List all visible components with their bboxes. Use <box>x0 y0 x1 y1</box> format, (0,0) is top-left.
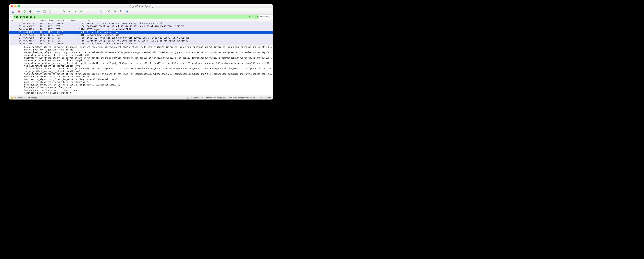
save-file-button[interactable] <box>42 9 47 14</box>
packet-row[interactable]: 180.423103107…10.0…TCP6622→56664 [ACK] S… <box>9 39 273 42</box>
expert-info-led-icon[interactable] <box>11 97 13 99</box>
packet-list[interactable]: 120.403335107…10.0…SSHv2107Server: Proto… <box>9 22 273 46</box>
go-first-button[interactable] <box>84 9 90 14</box>
packet-cell: SSHv2 <box>56 42 70 45</box>
resize-columns-button[interactable] <box>124 9 130 14</box>
detail-line[interactable]: languages_client_to_server string: [Empt… <box>24 89 273 92</box>
go-back-button[interactable] <box>67 9 72 14</box>
detail-line[interactable]: encryption_algorithms_server_to_client s… <box>24 62 273 65</box>
detail-line[interactable]: mac_algorithms_server_to_client string [… <box>24 73 273 76</box>
packet-cell: 10.… <box>39 28 47 31</box>
window-title: goodSSHSniff.pcapng <box>9 5 273 8</box>
column-header-info[interactable]: Info <box>86 19 273 22</box>
packet-cell: TCP <box>56 39 70 42</box>
packet-row[interactable]: 120.403335107…10.0…SSHv2107Server: Proto… <box>9 22 273 25</box>
detail-line[interactable]: encryption_algorithms_client_to_server s… <box>24 56 273 59</box>
filter-expression-button[interactable]: Expression… <box>259 15 269 19</box>
packet-cell: 14 <box>9 28 23 31</box>
packet-row[interactable]: 150.40428910.…107.…SSHv2586Client: Key E… <box>9 31 273 34</box>
find-button[interactable] <box>62 9 67 14</box>
packet-cell: 66 <box>70 39 86 42</box>
stop-capture-button[interactable] <box>16 9 22 14</box>
detail-line[interactable]: encryption_algorithms_server_to_client l… <box>24 59 273 62</box>
close-window-button[interactable] <box>11 5 13 7</box>
capture-options-button[interactable] <box>28 9 33 14</box>
bookmark-filter-button[interactable]: ☆ <box>9 15 13 19</box>
close-file-button[interactable] <box>48 9 53 14</box>
edit-capture-comment-icon[interactable] <box>14 97 16 99</box>
packet-cell: TCP <box>56 28 70 31</box>
packet-cell: 0.417773 <box>23 34 39 36</box>
detail-line[interactable]: compression_algorithms_client_to_server … <box>24 76 273 78</box>
display-filter-bar: ☆ ✕ → ▾ Expression… + <box>9 15 273 19</box>
detail-line[interactable]: server_host_key_algorithms string [trunc… <box>24 51 273 54</box>
packet-cell: 114 <box>70 42 86 45</box>
column-header-time[interactable]: Time <box>23 19 39 22</box>
go-forward-button[interactable] <box>73 9 78 14</box>
zoom-in-button[interactable] <box>107 9 112 14</box>
packet-row[interactable]: 190.42316710.…107.…SSHv2114Client: Diffi… <box>9 42 273 45</box>
zoom-window-button[interactable] <box>18 5 20 7</box>
open-file-button[interactable] <box>36 9 41 14</box>
column-header-length[interactable]: Length <box>70 19 86 22</box>
restart-capture-button[interactable] <box>22 9 27 14</box>
display-filter-input[interactable] <box>13 15 248 19</box>
packet-cell: 12 <box>9 22 23 25</box>
packet-cell: 107… <box>39 34 47 36</box>
apply-filter-button[interactable]: → <box>252 15 255 19</box>
detail-line[interactable]: server_host_key_algorithms length: 359 <box>24 48 273 51</box>
packet-cell: 0.404289 <box>23 31 39 34</box>
packet-cell: 10.0… <box>47 34 56 36</box>
column-header-destination[interactable]: Destinati <box>47 19 56 22</box>
add-filter-button[interactable]: + <box>269 15 273 19</box>
auto-scroll-button[interactable] <box>98 9 104 14</box>
status-profile[interactable]: Profil: Default <box>260 97 271 99</box>
packet-row[interactable]: 160.417773107…10.0…SSHv21018Server: Key … <box>9 34 273 36</box>
packet-cell: 66 <box>70 25 86 28</box>
app-window: goodSSHSniff.pcapng 1 ☆ ✕ → ▾ Expression… <box>9 4 273 100</box>
go-to-packet-button[interactable] <box>79 9 84 14</box>
detail-line[interactable]: encryption_algorithms_client_to_server l… <box>24 54 273 56</box>
packet-cell: 107.… <box>47 36 56 39</box>
reload-file-button[interactable] <box>53 9 58 14</box>
packet-cell: 0.417868 <box>23 36 39 39</box>
clear-filter-button[interactable]: ✕ <box>248 15 252 19</box>
packet-list-header: No. Time Source Destinati Protocol Lengt… <box>9 19 273 22</box>
packet-cell: TCP <box>56 36 70 39</box>
packet-cell: TCP <box>56 25 70 28</box>
detail-line[interactable]: languages_server_to_client length: 0 <box>24 92 273 94</box>
column-header-no[interactable]: No. <box>9 19 23 22</box>
detail-line[interactable]: mac_algorithms_client_to_server length: … <box>24 65 273 67</box>
zoom-reset-button[interactable]: 1 <box>118 9 124 14</box>
detail-line[interactable]: mac_algorithms_client_to_server string [… <box>24 67 273 70</box>
column-header-source[interactable]: Source <box>39 19 47 22</box>
go-last-button[interactable] <box>90 9 96 14</box>
detail-line[interactable]: compression_algorithms_server_to_client … <box>24 84 273 86</box>
packet-cell: 10.0… <box>47 39 56 42</box>
window-title-text: goodSSHSniff.pcapng <box>132 5 153 8</box>
packet-row[interactable]: 140.40428910.…107.…TCP1514[TCP segment o… <box>9 28 273 31</box>
packet-row[interactable]: 170.41786810.…107.…TCP6656664→22 [ACK] S… <box>9 36 273 39</box>
detail-line[interactable]: mac_algorithms_server_to_client length: … <box>24 70 273 73</box>
minimize-window-button[interactable] <box>14 5 16 7</box>
shark-fin-icon[interactable] <box>10 9 16 14</box>
detail-line[interactable]: languages_client_to_server length: 0 <box>24 86 273 89</box>
zoom-out-button[interactable] <box>112 9 118 14</box>
packet-cell: 107.… <box>47 25 56 28</box>
packet-cell: 16 <box>9 34 23 36</box>
packet-details-pane[interactable]: kex_algorithms string: curve25519-sha256… <box>9 46 273 96</box>
packet-cell: [TCP segment of a reassembled PDU] <box>86 28 273 31</box>
packet-cell: 107… <box>39 39 47 42</box>
detail-line[interactable]: compression_algorithms_client_to_server … <box>24 78 273 81</box>
packet-row[interactable]: 130.40340710.…107.…TCP6656664→22 [ACK] S… <box>9 25 273 28</box>
titlebar: goodSSHSniff.pcapng <box>9 4 273 8</box>
packet-cell: Client: Diffie-Hellman Key Exchange Init <box>86 42 273 45</box>
packet-cell: SSHv2 <box>56 22 70 25</box>
detail-line[interactable]: compression_algorithms_server_to_client … <box>24 81 273 84</box>
column-header-protocol[interactable]: Protocol <box>56 19 70 22</box>
packet-cell: 586 <box>70 31 86 34</box>
status-doc-icon <box>188 97 190 99</box>
packet-cell: Server: Key Exchange Init <box>86 34 273 36</box>
detail-line[interactable]: kex_algorithms string: curve25519-sha256… <box>24 46 273 48</box>
packet-cell: Server: Protocol (SSH-2.0-OpenSSH_6.9p1 … <box>86 22 273 25</box>
